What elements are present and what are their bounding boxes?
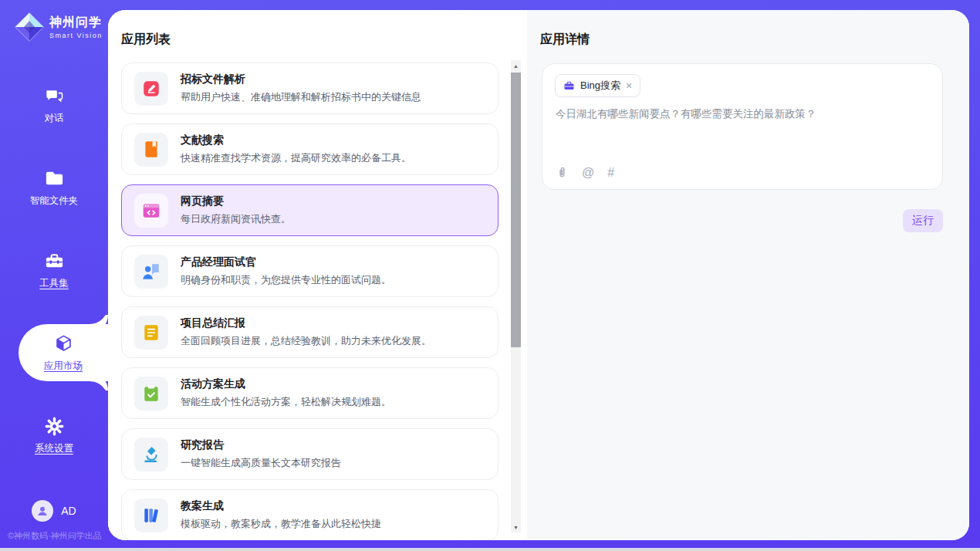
browser-code-icon (134, 194, 168, 228)
close-icon[interactable]: × (626, 80, 632, 91)
clipboard-check-icon (134, 377, 168, 411)
diamond-gem-icon (14, 12, 45, 42)
book-icon (134, 133, 168, 167)
avatar (32, 500, 53, 522)
sidebar-item-label: 应用市场 (44, 360, 83, 373)
app-item-desc: 每日政府新闻资讯快查。 (181, 212, 291, 226)
sidebar-item-toolset[interactable]: 工具集 (0, 242, 108, 299)
sidebar-item-label: 系统设置 (35, 442, 73, 455)
app-list-item[interactable]: 教案生成模板驱动，教案秒成，教学准备从此轻松快捷 (121, 489, 498, 540)
app-item-title: 产品经理面试官 (181, 255, 391, 269)
app-item-title: 教案生成 (181, 499, 381, 513)
app-detail-panel: 应用详情 Bing搜索 × 今日湖北有哪些新闻要点？有哪些需要关注的最新政策？ (527, 10, 969, 540)
app-list: 招标文件解析帮助用户快速、准确地理解和解析招标书中的关键信息文献搜索快速精准查找… (121, 63, 498, 540)
app-list-item[interactable]: 招标文件解析帮助用户快速、准确地理解和解析招标书中的关键信息 (121, 63, 498, 114)
app-item-desc: 明确身份和职责，为您提供专业性的面试问题。 (181, 273, 391, 287)
person-icon (35, 504, 49, 518)
scrollbar-thumb[interactable] (511, 73, 521, 347)
prompt-input[interactable]: 今日湖北有哪些新闻要点？有哪些需要关注的最新政策？ (556, 107, 929, 121)
main-content: 应用列表 招标文件解析帮助用户快速、准确地理解和解析招标书中的关键信息文献搜索快… (108, 10, 969, 540)
tool-chip-label: Bing搜索 (580, 79, 620, 93)
run-button[interactable]: 运行 (903, 209, 943, 232)
app-item-title: 招标文件解析 (181, 73, 421, 86)
books-icon (134, 499, 168, 532)
hash-icon[interactable]: # (607, 167, 614, 179)
sidebar-item-label: 智能文件夹 (30, 194, 79, 208)
sidebar-item-smart-folder[interactable]: 智能文件夹 (0, 159, 108, 216)
prompt-card: Bing搜索 × 今日湖北有哪些新闻要点？有哪些需要关注的最新政策？ @ # (542, 63, 943, 190)
app-window: 神州问学 Smart Vision 对话智能文件夹工具集应用市场系统设置 AD … (0, 0, 980, 551)
user-initials: AD (61, 505, 76, 517)
app-item-desc: 全面回顾项目进展，总结经验教训，助力未来优化发展。 (181, 334, 431, 348)
microscope-icon (134, 438, 168, 472)
app-list-item[interactable]: 研究报告一键智能生成高质量长文本研究报告 (121, 428, 498, 480)
app-item-title: 文献搜索 (181, 134, 411, 147)
folder-icon (44, 168, 65, 189)
sidebar-item-label: 对话 (45, 112, 64, 125)
app-item-title: 网页摘要 (181, 194, 291, 208)
app-list-item[interactable]: 产品经理面试官明确身份和职责，为您提供专业性的面试问题。 (121, 245, 498, 297)
brand-logo: 神州问学 Smart Vision (14, 10, 108, 44)
interview-icon (134, 255, 168, 289)
cube-icon (53, 333, 74, 354)
sidebar-item-dialog[interactable]: 对话 (0, 76, 108, 134)
user-account[interactable]: AD (0, 500, 108, 522)
app-list-item[interactable]: 项目总结汇报全面回顾项目进展，总结经验教训，助力未来优化发展。 (121, 306, 498, 358)
list-scrollbar[interactable]: ▲ ▼ (511, 60, 521, 532)
app-item-title: 研究报告 (181, 438, 341, 452)
app-list-title: 应用列表 (121, 32, 171, 48)
app-list-item[interactable]: 活动方案生成智能生成个性化活动方案，轻松解决规划难题。 (121, 367, 498, 419)
brand-name: 神州问学 (49, 15, 103, 31)
sidebar-item-settings[interactable]: 系统设置 (0, 407, 108, 464)
copyright-footer: ©神州数码·神州问学出品 (8, 530, 102, 542)
sidebar-nav: 对话智能文件夹工具集应用市场系统设置 (0, 76, 108, 464)
briefcase-icon (563, 80, 575, 92)
app-detail-title: 应用详情 (540, 32, 590, 48)
scrollbar-down-arrow[interactable]: ▼ (511, 522, 521, 532)
app-item-desc: 智能生成个性化活动方案，轻松解决规划难题。 (181, 395, 391, 409)
gear-icon (44, 416, 65, 437)
app-item-title: 项目总结汇报 (181, 316, 431, 330)
edit-icon (134, 72, 168, 106)
app-list-item[interactable]: 网页摘要每日政府新闻资讯快查。 (121, 184, 498, 236)
brand-subtitle: Smart Vision (49, 32, 103, 39)
window-bottom-edge (0, 548, 980, 551)
tool-chip-bing-search[interactable]: Bing搜索 × (555, 74, 640, 97)
app-list-panel: 应用列表 招标文件解析帮助用户快速、准确地理解和解析招标书中的关键信息文献搜索快… (108, 10, 527, 540)
scrollbar-up-arrow[interactable]: ▲ (511, 60, 521, 71)
note-icon (134, 316, 168, 350)
mention-icon[interactable]: @ (582, 167, 594, 179)
app-item-desc: 帮助用户快速、准确地理解和解析招标书中的关键信息 (181, 90, 421, 104)
app-item-desc: 模板驱动，教案秒成，教学准备从此轻松快捷 (181, 517, 381, 531)
chat-icon (44, 86, 65, 106)
app-item-desc: 快速精准查找学术资源，提高研究效率的必备工具。 (181, 151, 411, 165)
sidebar-item-label: 工具集 (39, 277, 69, 290)
sidebar: 神州问学 Smart Vision 对话智能文件夹工具集应用市场系统设置 AD … (0, 0, 108, 548)
prompt-toolbar: @ # (556, 166, 614, 179)
app-item-title: 活动方案生成 (181, 377, 391, 391)
sidebar-item-app-market[interactable]: 应用市场 (19, 324, 108, 381)
attachment-icon[interactable] (556, 166, 569, 179)
app-item-desc: 一键智能生成高质量长文本研究报告 (181, 456, 341, 470)
app-list-item[interactable]: 文献搜索快速精准查找学术资源，提高研究效率的必备工具。 (121, 123, 498, 175)
toolbox-icon (44, 251, 65, 272)
